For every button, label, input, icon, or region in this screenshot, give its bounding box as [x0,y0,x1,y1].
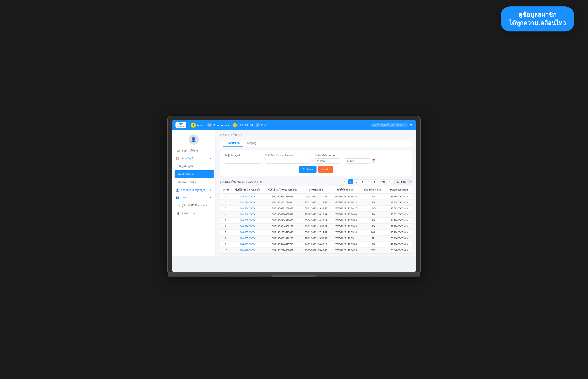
sidebar-item-user-manage[interactable]: 👤 การจัดการข้อมูลบัญชี ▼ [172,186,215,194]
cell-last-game: PG [361,223,386,229]
per-page-select[interactable]: 10 / page 20 / page 50 / page [394,179,412,184]
col-last-game: ค่าเกมที่เล่น ล่าสุด [361,186,386,193]
chevron-icon: ▼ [209,196,212,199]
nav-search-input[interactable] [371,123,408,127]
cell-last-game: MG [361,229,386,235]
user-name: Admin [197,124,204,126]
customer-input[interactable] [225,158,261,164]
sidebar-item-report[interactable]: 👥 รายงาน ▼ [172,194,215,201]
table-row: 3084-234 XXXXBH216D675278983508/12/2021 … [220,205,412,211]
sidebar-item-label: สมาชิกทั้งหมด [178,172,194,176]
cell-no: 3 [220,205,231,211]
cell-registered: 11/12/2021 | 13:58:22 [301,223,331,229]
sidebar-item-logout[interactable]: 🚪 ออกจากระบบ [173,209,214,217]
sidebar-item-label: รายงาน [181,195,190,200]
table-row: 5089-865 XXXXBH216D498489065603/04/2022 … [220,217,412,223]
logo-sub: TERMINAL [177,126,185,128]
cell-customer[interactable]: 081-128 XXXX [231,247,264,253]
cell-terminal: BH216D4984890656 [264,217,301,223]
cell-terminal: BH216D6752789835 [264,205,301,211]
balance-value: 7,000,000.00 [238,124,253,126]
date-to-input[interactable] [345,158,370,164]
tabs: Production Staging [223,140,409,147]
cell-terminal: BH216D6520655541 [264,211,301,217]
col-registered: ลงทะเบียนเมื่อ [301,186,331,193]
cell-customer[interactable]: 089-776 XXXX [231,223,264,229]
cell-last-game: PP [361,235,386,241]
terminal-label: ชื่อผู้ใช้งานในระบบ Terminal: [265,154,311,157]
cell-customer[interactable]: 084-234 XXXX [231,205,264,211]
cell-customer[interactable]: 081-765 XXXX [231,235,264,241]
sidebar-item-summary[interactable]: 📊 สรุปการใช้งาน [173,147,214,155]
cell-ip: 123.334.XXX.XXX [386,200,412,205]
search-button[interactable]: 🔍 ค้นหา [299,166,316,173]
tabs-wrapper: Production Staging [220,140,412,147]
cell-ip: 141.798.XXX.XXX [386,241,412,247]
page-btn-2[interactable]: 2 [354,179,359,184]
cell-registered: 03/04/2022 | 18:25:17 [301,217,331,223]
cell-terminal: BH216D1559577643 [264,229,301,235]
clear-button[interactable]: ล้างค่า [318,166,333,173]
customer-label: ชื่อผู้ใช้งานลูกค้า: [225,154,261,157]
page-btn-5[interactable]: 5 [372,179,377,184]
search-panel: ชื่อผู้ใช้งานลูกค้า: ชื่อผู้ใช้งานในระบบ… [220,150,412,176]
search-fields: ชื่อผู้ใช้งานลูกค้า: ชื่อผู้ใช้งานในระบบ… [225,154,407,164]
date-from-input[interactable] [315,158,340,164]
content-area: การจัดการผู้ใช้งาน / Production Staging [215,130,416,256]
next-page-btn[interactable]: › [387,179,392,184]
cell-no: 5 [220,217,231,223]
sidebar-item-basic-info[interactable]: ข้อมูลพื้นฐาน [175,162,214,170]
cell-registered: 07/12/2021 | 17:30:39 [301,193,331,200]
cell-customer[interactable]: 081-334 XXXX [231,200,264,205]
page-btn-1[interactable]: 1 [348,179,353,184]
cell-no: 9 [220,241,231,247]
cell-last-login: 26/05/2022 | 12:54:26 [331,247,360,253]
terminal-input[interactable] [265,158,311,164]
data-table: ลำดับ ชื่อผู้ใช้งานในระบบลูกค้า ชื่อผู้ใ… [220,186,412,253]
cell-last-game: PG [361,241,386,247]
prev-page-btn[interactable]: ‹ [342,179,347,184]
sidebar-avatar: 👤 [189,135,199,145]
page-btn-4[interactable]: 4 [366,179,371,184]
col-ip: IP Address ล่าสุด [386,186,412,193]
laptop-screen: X2 TERMINAL 👤 Admin 🏢 Master Account ฿ 7… [172,120,416,272]
tooltip-line2: ได้ทุกความเคลื่อนไหว [509,19,566,27]
page-btn-3[interactable]: 3 [360,179,365,184]
cell-no: 4 [220,211,231,217]
cell-registered: 29/12/2021 | 13:52:39 [301,235,331,241]
cell-registered: 07/12/2021 | 17:14:52 [301,229,331,235]
sidebar-item-account-info[interactable]: 📋 ข้อมูลบัญชี ▲ [172,155,215,162]
customer-field-group: ชื่อผู้ใช้งานลูกค้า: [225,154,261,164]
cell-customer[interactable]: 089-455 XXXX [231,229,264,235]
coin-icon: ฿ [233,123,237,127]
nav-right: ⚙ [371,123,412,127]
page-dots: ··· [378,180,380,183]
nav-sessions: ⏱ 19 / 19 [256,123,268,127]
cell-registered: 10/05/2022 | 23:43:49 [301,247,331,253]
breadcrumb: การจัดการผู้ใช้งาน / [220,133,412,137]
cell-customer[interactable]: 081-454 XXXX [231,211,264,217]
nav-user[interactable]: 👤 Admin [191,123,204,128]
cell-customer[interactable]: 089-865 XXXX [231,217,264,223]
sidebar-item-api-doc[interactable]: 📄 รูปแบบ API Document [173,201,214,209]
cell-customer[interactable]: 089-123 XXXX [231,193,264,200]
logout-icon: 🚪 [176,212,180,215]
table-row: 7089-455 XXXXBH216D155957764307/12/2021 … [220,229,412,235]
cell-customer[interactable]: 084-899 XXXX [231,241,264,247]
page-btn-last[interactable]: 553 [381,179,386,184]
total-count: สมาชิกเข้าใช้งานล่าสุด : 5522 รายการ [220,180,262,184]
sidebar-item-bet-limit[interactable]: จำกัดการเดิมพัน [175,178,214,186]
cell-terminal: BH216D0312426295 [264,235,301,241]
tab-staging[interactable]: Staging [243,140,260,147]
tab-production[interactable]: Production [223,140,243,147]
sidebar-item-all-members[interactable]: สมาชิกทั้งหมด [175,170,214,178]
nav-balance: ฿ 7,000,000.00 [233,123,253,127]
cell-registered: 14/12/2021 | 20:43:19 [301,241,331,247]
table-row: 10081-128 XXXXBH216D227458045110/05/2022… [220,247,412,253]
gear-icon[interactable]: ⚙ [409,123,412,127]
cell-terminal: BH216D5140415790 [264,241,301,247]
cell-terminal: BH216D9451939639 [264,193,301,200]
terminal-field-group: ชื่อผู้ใช้งานในระบบ Terminal: [265,154,311,164]
nav-account[interactable]: 🏢 Master Account [207,123,230,127]
report-icon: 👥 [176,196,179,199]
